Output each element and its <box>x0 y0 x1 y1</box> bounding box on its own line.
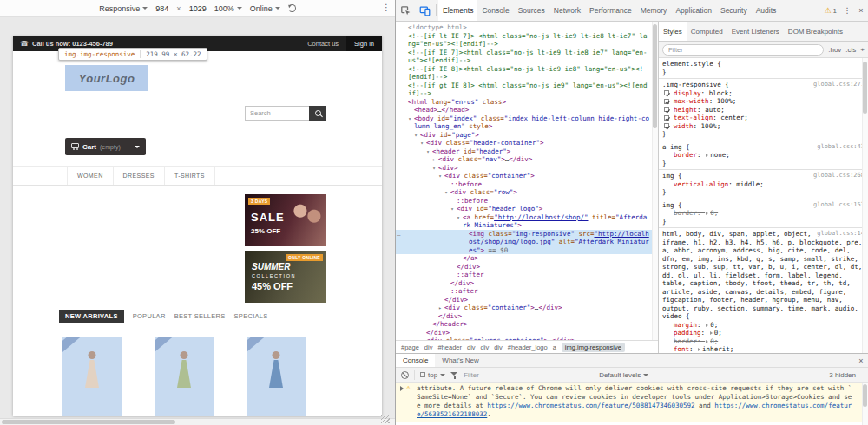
dom-tree-line[interactable]: ▾<header id="header"> <box>396 147 658 156</box>
dom-tree-line[interactable]: ▸<div class="nav">…</div> <box>396 155 658 164</box>
disclosure-right-icon[interactable]: ▸ <box>431 155 437 164</box>
contact-us-link[interactable]: Contact us <box>299 36 346 51</box>
nav-item-women[interactable]: WOMEN <box>67 167 114 185</box>
console-link[interactable]: https://www.chromestatus.com/feature/508… <box>487 402 694 409</box>
css-property[interactable]: vertical-align: middle; <box>662 180 865 189</box>
css-selector[interactable]: a img <box>662 143 682 151</box>
dom-tree-line[interactable]: ▾<body id="index" class="index hide-left… <box>396 114 658 131</box>
property-checkbox[interactable] <box>664 123 669 128</box>
disclosure-down-icon[interactable]: ▾ <box>412 131 419 140</box>
shorthand-expand-icon[interactable] <box>706 324 708 327</box>
shorthand-expand-icon[interactable] <box>710 331 713 335</box>
search-button[interactable] <box>309 106 326 121</box>
breadcrumb-item[interactable]: #page <box>401 343 419 351</box>
property-checkbox[interactable] <box>664 99 669 104</box>
drawer-tab-what-s-new[interactable]: What's New <box>435 354 485 367</box>
styles-tab-event-listeners[interactable]: Event Listeners <box>727 22 784 41</box>
dom-tree-line[interactable]: ▸<div class="columns-container">…</div> <box>396 337 658 340</box>
inspect-element-icon[interactable] <box>396 0 415 21</box>
horizontal-scrollbar-thumb[interactable] <box>2 420 175 424</box>
shorthand-expand-icon[interactable] <box>706 212 708 215</box>
disclosure-down-icon[interactable]: ▾ <box>449 205 456 213</box>
product-thumbnail[interactable] <box>247 337 306 416</box>
tab-new-arrivals[interactable]: NEW ARRIVALS <box>59 310 124 323</box>
horizontal-scrollbar[interactable] <box>0 418 395 425</box>
stylesheet-link[interactable]: global.css:268 <box>813 172 865 180</box>
log-levels-select[interactable]: Default levels <box>599 371 648 379</box>
css-property[interactable]: width: 100%; <box>662 122 865 131</box>
viewport-width-input[interactable]: 984 <box>155 4 168 13</box>
drawer-tab-console[interactable]: Console <box>396 354 435 367</box>
devtools-tab-network[interactable]: Network <box>549 0 585 21</box>
css-property[interactable]: border: 0; <box>662 209 865 218</box>
stylesheet-link[interactable]: global.css:153 <box>813 201 865 210</box>
css-property[interactable]: font: inherit; <box>662 345 865 353</box>
device-type-select[interactable]: Responsive <box>99 4 148 13</box>
console-scrollbar[interactable] <box>862 382 868 425</box>
dom-tree-line[interactable]: <!--[if lt IE 7]> <html class="no-js lt-… <box>396 32 658 49</box>
rotate-viewport-icon[interactable] <box>288 4 296 12</box>
disclosure-down-icon[interactable]: ▾ <box>443 188 450 197</box>
shorthand-expand-icon[interactable] <box>698 348 700 351</box>
dom-tree-line[interactable]: </div> <box>396 296 658 304</box>
css-selector[interactable]: html, body, div, span, applet, object, i… <box>662 230 862 320</box>
dom-tree-line[interactable]: <!--[if IE 8]><html class="no-js lt-ie9 … <box>396 65 658 82</box>
clear-console-icon[interactable] <box>401 371 409 379</box>
breadcrumb-item[interactable]: div <box>494 343 503 351</box>
breadcrumb-item[interactable]: div <box>481 343 490 351</box>
filter-icon[interactable] <box>450 371 458 379</box>
breadcrumb-item[interactable]: a <box>553 343 556 351</box>
stylesheet-link[interactable]: global.css:43 <box>817 143 865 152</box>
css-selector[interactable]: .img-responsive <box>662 81 721 88</box>
css-property[interactable]: margin: 0; <box>662 321 865 330</box>
breadcrumb-item[interactable]: div <box>467 343 476 351</box>
dom-tree-line[interactable]: <html lang="en-us" class> <box>396 98 658 107</box>
cart-button[interactable]: Cart (empty) <box>65 138 146 155</box>
disclosure-down-icon[interactable]: ▾ <box>424 147 431 156</box>
tab-popular[interactable]: POPULAR <box>133 312 166 320</box>
devtools-tab-application[interactable]: Application <box>671 0 716 21</box>
dom-tree-line[interactable]: <!--[if gt IE 8]> <html class="no-js ie9… <box>396 82 658 98</box>
dom-tree-line[interactable]: ▾<div class="container"> <box>396 172 658 180</box>
elements-scrollbar[interactable] <box>652 22 658 340</box>
console-context-select[interactable]: top <box>420 371 445 379</box>
scrollbar-thumb[interactable] <box>863 62 867 114</box>
disclosure-right-icon[interactable]: ▸ <box>418 337 425 340</box>
styles-toolbar-toggle[interactable]: + <box>860 46 865 54</box>
devtools-tab-sources[interactable]: Sources <box>514 0 549 21</box>
dom-tree-line[interactable]: <head>…</head> <box>396 106 658 114</box>
devtools-tab-performance[interactable]: Performance <box>585 0 636 21</box>
console-warning-message[interactable]: ⚠ attribute. A future release of Chrome … <box>396 382 868 422</box>
viewport-resize-grip[interactable] <box>381 415 390 423</box>
breadcrumb-item[interactable]: img.img-responsive <box>562 343 625 352</box>
dom-tree-line[interactable]: ▾<div id="header_logo"> <box>396 205 658 213</box>
dom-tree-line[interactable]: </div> <box>396 279 658 288</box>
css-property[interactable]: border: none; <box>662 151 865 160</box>
css-property[interactable]: max-width: 100%; <box>662 97 865 106</box>
dom-tree-line[interactable]: ▾<div class="header-container"> <box>396 139 658 147</box>
property-checkbox[interactable] <box>664 115 669 121</box>
property-checkbox[interactable] <box>664 90 669 95</box>
sign-in-link[interactable]: Sign in <box>346 36 382 51</box>
device-toolbar-toggle-icon[interactable] <box>415 0 434 21</box>
dom-tree-line[interactable]: ▾<div> <box>396 164 658 173</box>
disclosure-down-icon[interactable]: ▾ <box>406 114 413 123</box>
drawer-close-icon[interactable]: × <box>854 354 868 367</box>
devtools-menu-icon[interactable]: ⋮ <box>840 6 854 15</box>
disclosure-down-icon[interactable]: ▾ <box>418 139 425 147</box>
dom-tree-line[interactable]: <!--[if IE 7]><html class="no-js lt-ie9 … <box>396 49 658 65</box>
dom-tree-line[interactable]: </a> <box>396 254 658 263</box>
nav-item-t-shirts[interactable]: T-SHIRTS <box>165 167 215 185</box>
css-property[interactable]: border: 0; <box>662 337 865 346</box>
nav-item-dresses[interactable]: DRESSES <box>114 167 165 185</box>
issues-warning-badge[interactable]: ⚠ 1 <box>820 6 840 15</box>
product-thumbnail[interactable] <box>155 337 214 416</box>
dom-tree-line[interactable]: ▾<div class="row"> <box>396 188 658 197</box>
dom-tree-line[interactable]: ::after <box>396 287 658 296</box>
zoom-select[interactable]: 100% <box>214 4 242 13</box>
styles-tab-styles[interactable]: Styles <box>659 22 687 41</box>
disclosure-down-icon[interactable]: ▾ <box>455 213 462 222</box>
site-logo-highlighted[interactable]: YourLogo <box>65 65 148 91</box>
dom-tree-line[interactable]: ▸<div class="container">…</div> <box>396 304 658 312</box>
disclosure-down-icon[interactable]: ▾ <box>437 172 444 180</box>
